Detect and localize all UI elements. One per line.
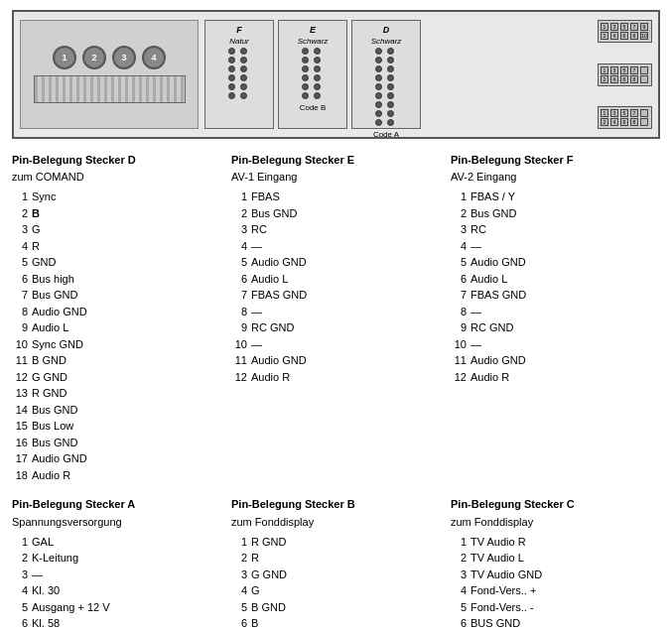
list-item: 2R <box>231 550 441 567</box>
connector-d: D Schwarz Code A <box>351 20 421 129</box>
list-item: 11Audio GND <box>231 352 441 369</box>
section-b-title: Pin-Belegung Stecker B <box>231 497 441 511</box>
list-item: 3— <box>12 567 221 583</box>
list-item: 2K-Leitung <box>12 550 221 567</box>
list-item: 4Kl. 30 <box>12 582 221 599</box>
right-conn-a: 1 3 5 7 2 4 6 8 <box>598 106 652 129</box>
list-item: 4Fond-Vers.. + <box>451 582 660 599</box>
section-c-title: Pin-Belegung Stecker C <box>451 497 660 511</box>
list-item: 2B <box>12 205 221 222</box>
section-d-title: Pin-Belegung Stecker D <box>12 153 221 167</box>
section-stecker-d: Pin-Belegung Stecker D zum COMAND 1Sync … <box>12 153 221 483</box>
list-item: 11Audio GND <box>451 352 660 369</box>
list-item: 8— <box>231 304 441 320</box>
section-f-title: Pin-Belegung Stecker F <box>451 153 660 167</box>
pin-list-e: 1FBAS 2Bus GND 3RC 4— 5Audio GND 6Audio … <box>231 189 441 385</box>
top-pin-sections: Pin-Belegung Stecker D zum COMAND 1Sync … <box>12 153 660 483</box>
pin-list-f: 1FBAS / Y 2Bus GND 3RC 4— 5Audio GND 6Au… <box>451 189 660 385</box>
list-item: 2Bus GND <box>451 205 660 222</box>
conn-d-letter: D <box>383 25 390 35</box>
list-item: 1R GND <box>231 534 441 551</box>
conn-f-letter: F <box>236 25 242 35</box>
connector-f: F Natur <box>204 20 274 129</box>
list-item: 8Audio GND <box>12 304 221 320</box>
diagram-area: 1 2 3 4 F Natur E Schwarz <box>12 10 660 139</box>
list-item: 8— <box>451 304 660 320</box>
list-item: 10Sync GND <box>12 336 221 353</box>
bottom-pin-sections: Pin-Belegung Stecker A Spannungsversorgu… <box>12 497 660 630</box>
list-item: 18Audio R <box>12 467 221 484</box>
conn-d-sublabel: Schwarz <box>371 37 402 46</box>
list-item: 2TV Audio L <box>451 550 660 567</box>
section-stecker-e: Pin-Belegung Stecker E AV-1 Eingang 1FBA… <box>231 153 441 483</box>
connector-e: E Schwarz Code B <box>278 20 347 129</box>
conn-e-sublabel: Schwarz <box>298 37 329 46</box>
right-connectors: 1 3 5 7 9 2 4 6 8 10 1 3 5 7 2 4 6 <box>598 20 652 129</box>
list-item: 6Audio L <box>451 271 660 288</box>
list-item: 12Audio R <box>451 369 660 386</box>
list-item: 5Fond-Vers.. - <box>451 599 660 616</box>
list-item: 16Bus GND <box>12 435 221 451</box>
list-item: 1FBAS / Y <box>451 189 660 205</box>
circle-2: 2 <box>82 46 106 69</box>
pin-list-a: 1GAL 2K-Leitung 3— 4Kl. 30 5Ausgang + 12… <box>12 534 221 630</box>
section-e-title: Pin-Belegung Stecker E <box>231 153 441 167</box>
center-connectors: F Natur E Schwarz Code B <box>204 20 594 129</box>
list-item: 7FBAS GND <box>231 287 441 304</box>
list-item: 5Audio GND <box>451 254 660 271</box>
list-item: 3TV Audio GND <box>451 567 660 583</box>
code-b-label: Code B <box>300 103 327 112</box>
section-d-subtitle: zum COMAND <box>12 171 221 183</box>
list-item: 4G <box>231 582 441 599</box>
left-panel: 1 2 3 4 <box>20 20 199 129</box>
pin-list-b: 1R GND 2R 3G GND 4G 5B GND 6B 7Sync GND … <box>231 534 441 630</box>
list-item: 1TV Audio R <box>451 534 660 551</box>
right-conn-c: 1 3 5 7 9 2 4 6 8 10 <box>598 20 652 43</box>
list-item: 11B GND <box>12 352 221 369</box>
list-item: 6BUS GND <box>451 615 660 630</box>
list-item: 5Ausgang + 12 V <box>12 599 221 616</box>
list-item: 12G GND <box>12 369 221 386</box>
section-e-subtitle: AV-1 Eingang <box>231 171 441 183</box>
list-item: 15Bus Low <box>12 418 221 435</box>
section-stecker-a: Pin-Belegung Stecker A Spannungsversorgu… <box>12 497 221 630</box>
section-a-subtitle: Spannungsversorgung <box>12 516 221 528</box>
list-item: 4R <box>12 238 221 255</box>
list-item: 6B <box>231 615 441 630</box>
list-item: 12Audio R <box>231 369 441 386</box>
list-item: 6Kl. 58 <box>12 615 221 630</box>
section-stecker-f: Pin-Belegung Stecker F AV-2 Eingang 1FBA… <box>451 153 660 483</box>
pin-list-d: 1Sync 2B 3G 4R 5GND 6Bus high 7Bus GND 8… <box>12 189 221 483</box>
list-item: 9Audio L <box>12 319 221 336</box>
list-item: 1GAL <box>12 534 221 551</box>
circle-4: 4 <box>142 46 166 69</box>
list-item: 3RC <box>231 221 441 238</box>
list-item: 9RC GND <box>451 319 660 336</box>
vents <box>34 75 186 103</box>
list-item: 4— <box>451 238 660 255</box>
section-b-subtitle: zum Fonddisplay <box>231 516 441 528</box>
circle-1: 1 <box>53 46 76 69</box>
list-item: 5GND <box>12 254 221 271</box>
list-item: 1FBAS <box>231 189 441 205</box>
section-f-subtitle: AV-2 Eingang <box>451 171 660 183</box>
list-item: 7Bus GND <box>12 287 221 304</box>
list-item: 6Bus high <box>12 271 221 288</box>
list-item: 13R GND <box>12 385 221 402</box>
conn-f-sublabel: Natur <box>229 37 249 46</box>
list-item: 7FBAS GND <box>451 287 660 304</box>
list-item: 10— <box>231 336 441 353</box>
right-conn-b: 1 3 5 7 2 4 6 8 <box>598 63 652 86</box>
section-a-title: Pin-Belegung Stecker A <box>12 497 221 511</box>
list-item: 6Audio L <box>231 271 441 288</box>
list-item: 10— <box>451 336 660 353</box>
list-item: 9RC GND <box>231 319 441 336</box>
content-area: Pin-Belegung Stecker D zum COMAND 1Sync … <box>0 149 672 630</box>
list-item: 3RC <box>451 221 660 238</box>
conn-e-letter: E <box>310 25 316 35</box>
list-item: 3G GND <box>231 567 441 583</box>
section-stecker-c: Pin-Belegung Stecker C zum Fonddisplay 1… <box>451 497 660 630</box>
pin-list-c: 1TV Audio R 2TV Audio L 3TV Audio GND 4F… <box>451 534 660 630</box>
list-item: 5B GND <box>231 599 441 616</box>
list-item: 3G <box>12 221 221 238</box>
